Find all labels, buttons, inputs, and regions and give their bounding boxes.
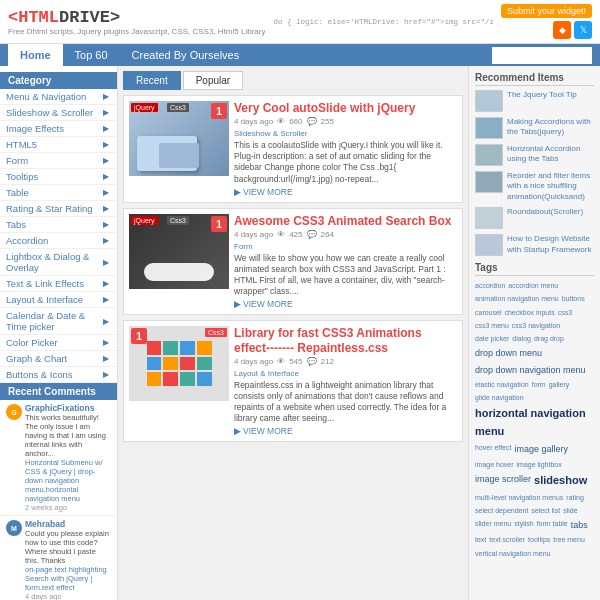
tabs-bar: Recent Popular xyxy=(123,71,463,90)
nav-created[interactable]: Created By Ourselves xyxy=(120,44,252,66)
sidebar-item[interactable]: Form▶ xyxy=(0,153,117,169)
tag-item[interactable]: slide xyxy=(563,505,577,516)
twitter-icon[interactable]: 𝕏 xyxy=(574,21,592,39)
tag-item[interactable]: form xyxy=(532,379,546,390)
tag-item[interactable]: drop down navigation menu xyxy=(475,363,586,377)
article-description: We will like to show you how we can crea… xyxy=(234,253,457,297)
tag-item[interactable]: gallery xyxy=(549,379,570,390)
tag-item[interactable]: select list xyxy=(531,505,560,516)
rec-text: The Jquery Tool Tip xyxy=(507,90,577,112)
logo-html: <HTML xyxy=(8,8,59,27)
tag-item[interactable]: tooltips xyxy=(528,534,550,545)
tag-item[interactable]: glide navigation xyxy=(475,392,524,403)
tag-item[interactable]: vertical navigation menu xyxy=(475,548,551,559)
sidebar-item[interactable]: Lightbox & Dialog & Overlay▶ xyxy=(0,249,117,276)
recommend-item[interactable]: Roundabout(Scroller) xyxy=(475,207,594,229)
recommend-item[interactable]: Making Accordions with the Tabs(jquery) xyxy=(475,117,594,139)
view-more-button[interactable]: ▶ VIEW MORE xyxy=(234,187,457,197)
article-thumbnail: jQuery Css3 1 xyxy=(129,101,229,176)
tag-item[interactable]: date picker xyxy=(475,333,509,344)
view-more-button[interactable]: ▶ VIEW MORE xyxy=(234,299,457,309)
tag-item[interactable]: image hover xyxy=(475,459,514,470)
tag-item[interactable]: elastic navigation xyxy=(475,379,529,390)
tag-item[interactable]: animation navigation menu xyxy=(475,293,559,304)
tag-item[interactable]: image gallery xyxy=(514,442,568,456)
chevron-right-icon: ▶ xyxy=(103,220,109,229)
tag-item[interactable]: css3 navigation xyxy=(512,320,560,331)
tag-item[interactable]: dialog xyxy=(512,333,531,344)
tag-item[interactable]: multi-level navigation menus xyxy=(475,492,563,503)
tag-item[interactable]: drag drop xyxy=(534,333,564,344)
sidebar-item[interactable]: Color Picker▶ xyxy=(0,335,117,351)
tag-item[interactable]: checkbox inputs xyxy=(504,307,554,318)
view-more-button[interactable]: ▶ VIEW MORE xyxy=(234,426,457,436)
tag-item[interactable]: horizontal navigation menu xyxy=(475,405,593,440)
tag-item[interactable]: css3 xyxy=(558,307,572,318)
tag-item[interactable]: slider menu xyxy=(475,518,511,532)
sidebar-item[interactable]: Calendar & Date & Time picker▶ xyxy=(0,308,117,335)
tag-item[interactable]: tree menu xyxy=(553,534,585,545)
tag-item[interactable]: text xyxy=(475,534,486,545)
recommend-item[interactable]: How to Design Website with Startup Frame… xyxy=(475,234,594,256)
sidebar-item[interactable]: Rating & Star Rating▶ xyxy=(0,201,117,217)
tag-item[interactable]: accordion xyxy=(475,280,505,291)
tag-item[interactable]: drop down menu xyxy=(475,346,542,360)
nav-home[interactable]: Home xyxy=(8,44,63,66)
article-title[interactable]: Very Cool autoSlide with jQuery xyxy=(234,101,457,115)
article-meta: 4 days ago 👁 660 💬 255 xyxy=(234,117,457,126)
tag-item[interactable]: rating xyxy=(566,492,584,503)
nav-top60[interactable]: Top 60 xyxy=(63,44,120,66)
search-input[interactable] xyxy=(492,47,592,64)
article-time: 4 days ago xyxy=(234,357,273,366)
tag-item[interactable]: carousel xyxy=(475,307,501,318)
sidebar-item[interactable]: Buttons & Icons▶ xyxy=(0,367,117,383)
tag-item[interactable]: form table xyxy=(537,518,568,532)
submit-widget-button[interactable]: Submit your widget! xyxy=(501,4,592,18)
chevron-right-icon: ▶ xyxy=(103,317,109,326)
sidebar-item[interactable]: Image Effects▶ xyxy=(0,121,117,137)
rec-thumbnail xyxy=(475,207,503,229)
tab-recent[interactable]: Recent xyxy=(123,71,181,90)
recommend-item[interactable]: The Jquery Tool Tip xyxy=(475,90,594,112)
tag-item[interactable]: stylish xyxy=(514,518,533,532)
tag-item[interactable]: accordion menu xyxy=(508,280,558,291)
tag-item[interactable]: tabs xyxy=(571,518,588,532)
chevron-right-icon: ▶ xyxy=(103,108,109,117)
article-comments: 212 xyxy=(321,357,334,366)
tag-item[interactable]: css3 menu xyxy=(475,320,509,331)
rec-thumbnail xyxy=(475,117,503,139)
tag-item[interactable]: image scroller xyxy=(475,472,531,490)
rss-icon[interactable]: ◆ xyxy=(553,21,571,39)
sidebar-item[interactable]: Tabs▶ xyxy=(0,217,117,233)
article-title[interactable]: Library for fast CSS3 Animations effect-… xyxy=(234,326,457,355)
recommend-item[interactable]: Horizontal Accordion using the Tabs xyxy=(475,144,594,166)
rec-text: How to Design Website with Startup Frame… xyxy=(507,234,594,256)
article-title[interactable]: Awesome CSS3 Animated Search Box xyxy=(234,214,457,228)
sidebar-item[interactable]: Menu & Navigation▶ xyxy=(0,89,117,105)
sidebar-item[interactable]: Text & Link Effects▶ xyxy=(0,276,117,292)
sidebar-item[interactable]: Layout & Interface▶ xyxy=(0,292,117,308)
article-category[interactable]: Slideshow & Scroller xyxy=(234,129,457,138)
tag-item[interactable]: image lightbox xyxy=(517,459,562,470)
tag-item[interactable]: text scroller xyxy=(489,534,525,545)
comment-item: M Mehrabad Could you please explain how … xyxy=(0,516,117,600)
tag-item[interactable]: select dependent xyxy=(475,505,528,516)
comment-link[interactable]: Horizontal Submenu w/ CSS & jQuery | dro… xyxy=(25,458,111,503)
sidebar-item[interactable]: Graph & Chart▶ xyxy=(0,351,117,367)
sidebar-item[interactable]: HTML5▶ xyxy=(0,137,117,153)
chevron-right-icon: ▶ xyxy=(103,172,109,181)
tab-popular[interactable]: Popular xyxy=(183,71,243,90)
sidebar-item[interactable]: Accordion▶ xyxy=(0,233,117,249)
article-category[interactable]: Layout & Interface xyxy=(234,369,457,378)
recent-comments-title: Recent Comments xyxy=(0,383,117,400)
sidebar-item[interactable]: Table▶ xyxy=(0,185,117,201)
article-category[interactable]: Form xyxy=(234,242,457,251)
comment-time: 4 days ago xyxy=(25,592,111,600)
tag-item[interactable]: buttons xyxy=(562,293,585,304)
comment-link[interactable]: on-page text highlighting Search with jQ… xyxy=(25,565,111,592)
sidebar-item[interactable]: Slideshow & Scroller▶ xyxy=(0,105,117,121)
sidebar-item[interactable]: Tooltips▶ xyxy=(0,169,117,185)
recommend-item[interactable]: Reorder and filter items with a nice shu… xyxy=(475,171,594,202)
tag-item[interactable]: slideshow xyxy=(534,472,587,490)
tag-item[interactable]: hover effect xyxy=(475,442,511,456)
